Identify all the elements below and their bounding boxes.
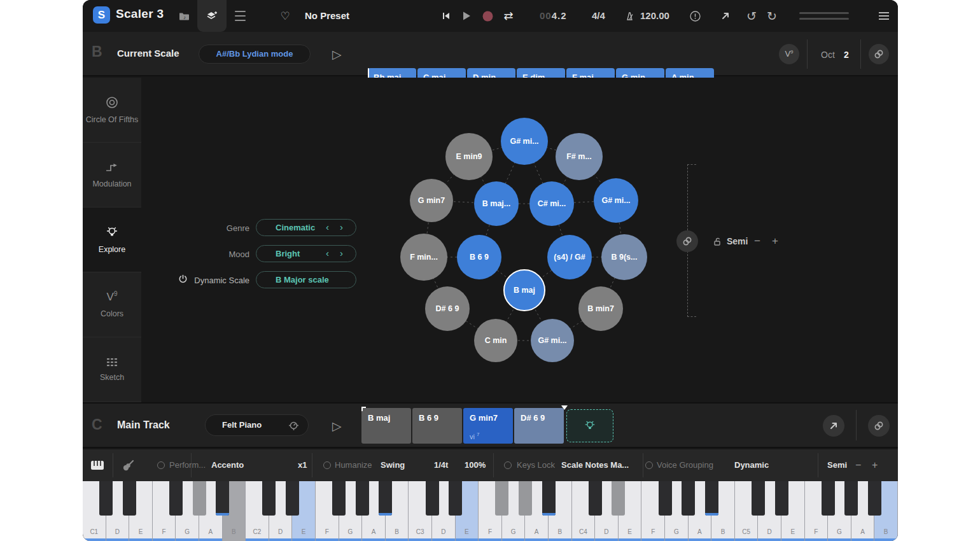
- piano-black-key-C#3[interactable]: [426, 481, 439, 516]
- wheel-chord-node[interactable]: G# mi...: [501, 118, 548, 165]
- sidebar-item-sketch[interactable]: Sketch: [83, 337, 141, 402]
- wheel-chord-node[interactable]: B 6 9: [457, 235, 501, 279]
- wheel-chord-node[interactable]: B min7: [578, 286, 623, 331]
- track-chord-slot[interactable]: D# 6 9: [514, 408, 564, 444]
- suggest-chord-dropzone[interactable]: [566, 409, 613, 442]
- perform-value[interactable]: Accento: [211, 449, 244, 481]
- wheel-chord-node[interactable]: C# mi...: [529, 181, 574, 226]
- favorite-heart-icon[interactable]: ♡: [279, 0, 291, 32]
- octave-value[interactable]: 2: [844, 50, 849, 60]
- piano-black-key-D#3[interactable]: [449, 481, 462, 516]
- track-export-button[interactable]: [823, 415, 844, 437]
- piano-black-key-C#1[interactable]: [99, 481, 113, 516]
- humanize-rate[interactable]: 1/4t: [434, 449, 448, 481]
- track-chord-slot[interactable]: G min7vi 7: [463, 408, 513, 444]
- preset-name[interactable]: No Preset: [305, 0, 349, 32]
- tab-session-active[interactable]: [197, 0, 227, 32]
- sidebar-item-colors[interactable]: V9 Colors: [83, 272, 141, 337]
- play-icon[interactable]: [459, 0, 473, 32]
- piano-black-key-D#1[interactable]: [123, 481, 136, 516]
- wheel-chord-node[interactable]: B 9(s...: [601, 234, 647, 280]
- piano-black-key-D#4[interactable]: [612, 481, 625, 516]
- wheel-chord-node[interactable]: E min9: [445, 133, 493, 180]
- piano-black-key-D#5[interactable]: [775, 481, 788, 516]
- wheel-chord-node[interactable]: G# mi...: [531, 319, 574, 362]
- keyboard-semi-plus-button[interactable]: +: [872, 449, 878, 481]
- voicing-button[interactable]: V9: [779, 44, 799, 64]
- instrument-dropdown[interactable]: Felt Piano: [205, 414, 309, 436]
- record-icon[interactable]: [481, 0, 494, 32]
- piano-black-key-C#2[interactable]: [262, 481, 276, 516]
- wheel-link-button[interactable]: [676, 230, 698, 252]
- genre-selector[interactable]: Cinematic ‹ ›: [256, 219, 356, 236]
- wheel-chord-node[interactable]: D# 6 9: [425, 286, 470, 331]
- wheel-chord-node[interactable]: B maj: [503, 269, 545, 311]
- piano-black-key-G#3[interactable]: [519, 481, 532, 516]
- share-arrow-icon[interactable]: [719, 0, 732, 32]
- tempo-value[interactable]: 120.00: [640, 0, 669, 32]
- semi-plus-button[interactable]: +: [772, 235, 778, 248]
- keyslock-radio[interactable]: [504, 461, 512, 469]
- track-chord-slot[interactable]: B maj: [361, 408, 411, 444]
- piano-black-key-F#1[interactable]: [169, 481, 183, 516]
- wheel-chord-node[interactable]: G# mi...: [594, 178, 638, 223]
- wheel-chord-node[interactable]: F min...: [400, 234, 447, 281]
- scale-play-button[interactable]: ▷: [332, 47, 342, 62]
- piano-black-key-C#5[interactable]: [752, 481, 765, 516]
- scale-link-button[interactable]: [869, 44, 889, 64]
- scale-select-dropdown[interactable]: A#/Bb Lydian mode: [199, 45, 311, 64]
- humanize-amount[interactable]: 100%: [465, 449, 486, 481]
- voice-grouping-value[interactable]: Dynamic: [734, 449, 769, 481]
- chevron-right-icon[interactable]: ›: [340, 246, 343, 261]
- piano-black-key-G#2[interactable]: [356, 481, 369, 516]
- keyboard-semi-minus-button[interactable]: −: [855, 449, 861, 481]
- chevron-left-icon[interactable]: ‹: [326, 246, 329, 261]
- voice-grouping-radio[interactable]: [645, 461, 653, 469]
- humanize-value[interactable]: Swing: [381, 449, 405, 481]
- piano-black-key-A#2[interactable]: [379, 481, 392, 516]
- time-signature[interactable]: 4/4: [592, 0, 605, 32]
- mood-selector[interactable]: Bright ‹ ›: [256, 245, 356, 262]
- skip-start-icon[interactable]: [440, 0, 452, 32]
- piano-black-key-F#5[interactable]: [822, 481, 835, 516]
- chevron-right-icon[interactable]: ›: [340, 220, 343, 235]
- sidebar-item-explore[interactable]: Explore: [83, 207, 141, 272]
- browser-folder-icon[interactable]: ♪: [177, 0, 191, 32]
- humanize-radio[interactable]: [323, 461, 331, 469]
- piano-black-key-A#4[interactable]: [705, 481, 718, 516]
- performance-knob-icon[interactable]: [288, 420, 299, 431]
- wheel-chord-node[interactable]: (s4) / G#: [547, 235, 592, 279]
- guitar-view-icon[interactable]: [122, 460, 135, 472]
- track-play-button[interactable]: ▷: [332, 419, 342, 433]
- piano-black-key-F#2[interactable]: [332, 481, 346, 516]
- wheel-chord-node[interactable]: G min7: [410, 179, 453, 222]
- sidebar-item-modulation[interactable]: Modulation: [83, 143, 141, 207]
- piano-black-key-F#3[interactable]: [495, 481, 508, 516]
- piano-black-key-D#2[interactable]: [286, 481, 299, 516]
- track-link-button[interactable]: [868, 415, 890, 437]
- wheel-chord-node[interactable]: B maj...: [474, 181, 519, 226]
- perform-multiplier[interactable]: x1: [298, 449, 307, 481]
- semi-minus-button[interactable]: −: [754, 235, 760, 248]
- sidebar-item-circle-of-fifths[interactable]: Circle Of Fifths: [83, 78, 141, 143]
- unlock-icon[interactable]: [713, 237, 722, 246]
- piano-black-key-G#1[interactable]: [193, 481, 206, 516]
- song-list-icon[interactable]: [234, 0, 246, 32]
- volume-slider[interactable]: [799, 0, 850, 32]
- chevron-left-icon[interactable]: ‹: [326, 220, 329, 235]
- piano-black-key-F#4[interactable]: [659, 481, 672, 516]
- keyslock-value[interactable]: Scale Notes Ma...: [561, 449, 629, 481]
- wheel-chord-node[interactable]: C min: [474, 319, 517, 362]
- dynamic-scale-selector[interactable]: B Major scale: [256, 271, 356, 288]
- info-icon[interactable]: [689, 0, 701, 32]
- keyboard-view-icon[interactable]: [90, 460, 104, 470]
- track-chord-slot[interactable]: B 6 9: [412, 408, 462, 444]
- undo-icon[interactable]: ↺: [745, 0, 759, 32]
- piano-black-key-C#4[interactable]: [589, 481, 602, 516]
- redo-icon[interactable]: ↻: [765, 0, 779, 32]
- piano-black-key-G#5[interactable]: [844, 481, 858, 516]
- piano-black-key-A#1[interactable]: [216, 481, 229, 516]
- perform-radio[interactable]: [157, 461, 165, 469]
- loop-icon[interactable]: ⇄: [501, 0, 515, 32]
- piano-black-key-A#3[interactable]: [542, 481, 556, 516]
